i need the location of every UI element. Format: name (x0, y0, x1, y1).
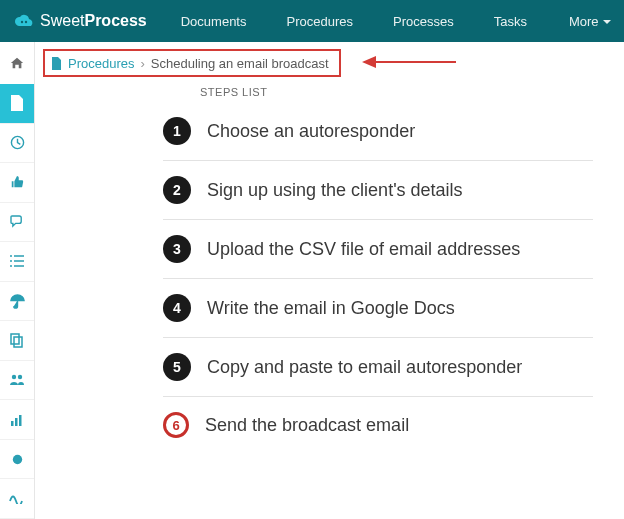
wave-icon[interactable] (0, 479, 34, 519)
bars-icon[interactable] (0, 400, 34, 440)
svg-point-0 (21, 21, 23, 23)
step-number: 6 (163, 412, 189, 438)
brand-text-light: Sweet (40, 12, 84, 30)
svg-point-5 (10, 265, 12, 267)
annotation-arrow (362, 56, 456, 68)
thumb-icon[interactable] (0, 163, 34, 203)
svg-rect-7 (14, 337, 22, 347)
file-icon[interactable] (0, 84, 34, 124)
brand-text-bold: Process (84, 12, 146, 30)
svg-point-4 (10, 260, 12, 262)
svg-point-1 (25, 21, 27, 23)
cloud-icon (14, 14, 34, 28)
svg-rect-6 (11, 334, 19, 344)
copy-icon[interactable] (0, 321, 34, 361)
body: STEPS LIST 1 Choose an autoresponder 2 S… (0, 84, 624, 519)
breadcrumb: Procedures › Scheduling an email broadca… (43, 49, 341, 77)
step-title: Upload the CSV file of email addresses (207, 239, 520, 260)
top-nav: SweetProcess Documents Procedures Proces… (0, 0, 624, 42)
svg-point-13 (12, 455, 21, 464)
step-item[interactable]: 4 Write the email in Google Docs (163, 279, 593, 338)
step-number: 4 (163, 294, 191, 322)
svg-point-8 (12, 375, 16, 379)
step-number: 3 (163, 235, 191, 263)
nav-procedures[interactable]: Procedures (266, 0, 372, 42)
chevron-down-icon (603, 20, 611, 24)
sidebar (0, 84, 35, 519)
step-title: Send the broadcast email (205, 415, 409, 436)
step-item[interactable]: 3 Upload the CSV file of email addresses (163, 220, 593, 279)
umbrella-icon[interactable] (0, 282, 34, 322)
svg-rect-11 (15, 418, 18, 426)
list-icon[interactable] (0, 242, 34, 282)
chevron-right-icon: › (140, 56, 144, 71)
svg-point-9 (18, 375, 22, 379)
step-item[interactable]: 1 Choose an autoresponder (163, 102, 593, 161)
svg-rect-10 (11, 421, 14, 426)
nav-tasks[interactable]: Tasks (474, 0, 547, 42)
step-title: Write the email in Google Docs (207, 298, 455, 319)
step-item[interactable]: 2 Sign up using the client's details (163, 161, 593, 220)
step-title: Choose an autoresponder (207, 121, 415, 142)
step-item[interactable]: 6 Send the broadcast email (163, 397, 593, 453)
step-title: Copy and paste to email autoresponder (207, 357, 522, 378)
step-item[interactable]: 5 Copy and paste to email autoresponder (163, 338, 593, 397)
breadcrumb-link[interactable]: Procedures (68, 56, 134, 71)
nav-more[interactable]: More (547, 14, 624, 29)
breadcrumb-current: Scheduling an email broadcast (151, 56, 329, 71)
svg-rect-12 (19, 415, 22, 426)
nav-more-label: More (569, 14, 599, 29)
step-number: 2 (163, 176, 191, 204)
nav-processes[interactable]: Processes (373, 0, 474, 42)
users-icon[interactable] (0, 361, 34, 401)
step-number: 5 (163, 353, 191, 381)
clock-icon[interactable] (0, 124, 34, 164)
step-title: Sign up using the client's details (207, 180, 463, 201)
home-icon[interactable] (0, 42, 35, 84)
steps-list: 1 Choose an autoresponder 2 Sign up usin… (163, 84, 624, 453)
gear-icon[interactable] (0, 440, 34, 480)
file-icon (51, 57, 62, 70)
breadcrumb-row: Procedures › Scheduling an email broadca… (0, 42, 624, 84)
svg-point-3 (10, 255, 12, 257)
steps-header: STEPS LIST (200, 86, 267, 98)
nav-items: Documents Procedures Processes Tasks (161, 0, 547, 42)
step-number: 1 (163, 117, 191, 145)
brand-logo[interactable]: SweetProcess (0, 12, 161, 30)
main-content: STEPS LIST 1 Choose an autoresponder 2 S… (35, 84, 624, 519)
chat-icon[interactable] (0, 203, 34, 243)
nav-documents[interactable]: Documents (161, 0, 267, 42)
